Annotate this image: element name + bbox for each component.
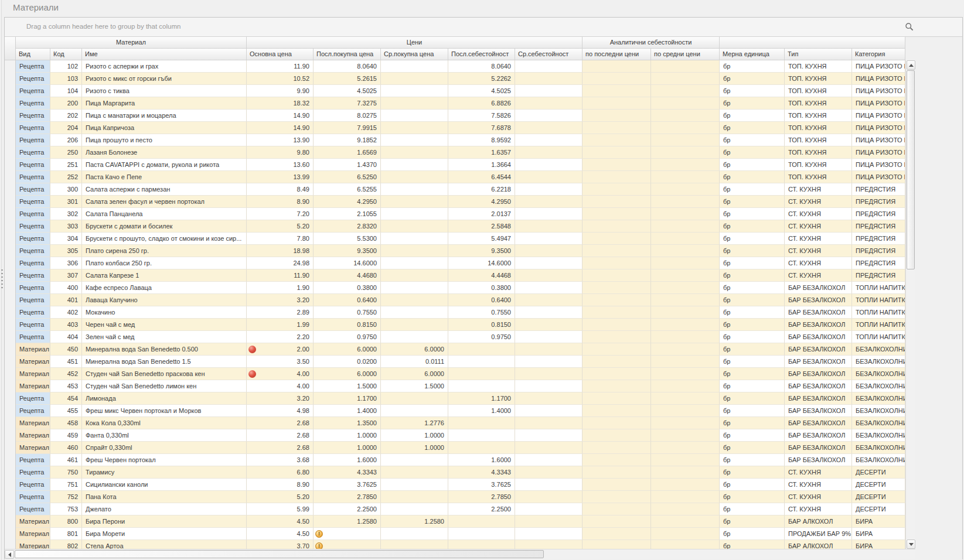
cell-last_purch[interactable]: !	[314, 540, 381, 549]
cell-name[interactable]: Бира Морети	[82, 528, 247, 540]
table-row[interactable]: Рецепта104Ризото с тиква9.904.50254.5025…	[5, 85, 905, 97]
cell-avg_cost[interactable]	[515, 183, 583, 196]
cell-an_avg[interactable]	[651, 380, 720, 392]
cell-code[interactable]: 453	[50, 380, 82, 392]
cell-an_last[interactable]	[583, 392, 651, 405]
cell-vid[interactable]: Материал	[16, 368, 50, 380]
cell-name[interactable]: Фанта 0,330ml	[82, 429, 247, 442]
cell-last_cost[interactable]: 4.2950	[448, 196, 515, 208]
cell-vid[interactable]: Рецепта	[16, 392, 50, 405]
cell-code[interactable]: 402	[50, 306, 82, 319]
cell-name[interactable]: Пана Кота	[82, 491, 247, 503]
cell-an_avg[interactable]	[651, 269, 720, 282]
horizontal-scrollbar[interactable]	[5, 549, 951, 559]
cell-unit[interactable]: бр	[720, 380, 785, 392]
cell-an_avg[interactable]	[651, 146, 720, 159]
cell-avg_cost[interactable]	[515, 319, 583, 331]
cell-avg_cost[interactable]	[515, 159, 583, 171]
cell-code[interactable]: 302	[50, 208, 82, 220]
cell-cat[interactable]: ПИЦА РИЗОТО П	[852, 122, 905, 134]
table-row[interactable]: Рецепта103Ризото с микс от горски гъби10…	[5, 73, 905, 85]
cell-avg_cost[interactable]	[515, 233, 583, 245]
cell-type[interactable]: ПРОДАЖБИ БАР 9%	[785, 528, 852, 540]
cell-code[interactable]: 305	[50, 245, 82, 257]
cell-vid[interactable]: Рецепта	[16, 503, 50, 515]
cell-last_purch[interactable]: 1.3500	[314, 417, 381, 429]
cell-an_last[interactable]	[583, 134, 651, 146]
cell-avg_purch[interactable]	[381, 73, 448, 85]
column-header-code[interactable]: Код	[50, 49, 82, 60]
cell-cat[interactable]: БЕЗАЛКОХОЛНИ	[852, 429, 905, 442]
cell-last_purch[interactable]: 8.0640	[314, 60, 381, 73]
cell-last_purch[interactable]: 2.2500	[314, 503, 381, 515]
cell-avg_cost[interactable]	[515, 491, 583, 503]
cell-avg_cost[interactable]	[515, 171, 583, 183]
cell-an_avg[interactable]	[651, 183, 720, 196]
cell-last_cost[interactable]: 1.4000	[448, 405, 515, 417]
cell-cat[interactable]: ПРЕДЯСТИЯ	[852, 245, 905, 257]
cell-name[interactable]: Стела Артоа	[82, 540, 247, 549]
cell-base[interactable]: 13.60	[247, 159, 314, 171]
cell-name[interactable]: Фреш Червен портокал	[82, 454, 247, 466]
cell-an_last[interactable]	[583, 454, 651, 466]
cell-an_avg[interactable]	[651, 466, 720, 479]
cell-unit[interactable]: бр	[720, 183, 785, 196]
cell-type[interactable]: СТ. КУХНЯ	[785, 233, 852, 245]
cell-type[interactable]: БАР БЕЗАЛКОХОЛ	[785, 368, 852, 380]
cell-name[interactable]: Плато сирена 250 гр.	[82, 245, 247, 257]
cell-last_purch[interactable]: 14.6000	[314, 257, 381, 269]
cell-last_purch[interactable]: 2.8320	[314, 220, 381, 233]
table-row[interactable]: Материал458Кока Кола 0,330ml2.681.35001.…	[5, 417, 905, 429]
cell-vid[interactable]: Рецепта	[16, 245, 50, 257]
cell-avg_purch[interactable]	[381, 392, 448, 405]
cell-avg_purch[interactable]: 6.0000	[381, 368, 448, 380]
table-row[interactable]: Рецепта304Брускети с прошуто, сладко от …	[5, 233, 905, 245]
cell-code[interactable]: 252	[50, 171, 82, 183]
cell-vid[interactable]: Рецепта	[16, 233, 50, 245]
cell-an_last[interactable]	[583, 171, 651, 183]
search-icon[interactable]	[905, 22, 914, 32]
cell-an_avg[interactable]	[651, 159, 720, 171]
cell-base[interactable]: 13.90	[247, 134, 314, 146]
cell-code[interactable]: 306	[50, 257, 82, 269]
cell-avg_purch[interactable]	[381, 146, 448, 159]
cell-last_purch[interactable]: 1.2580	[314, 515, 381, 528]
cell-cat[interactable]: ПИЦА РИЗОТО П	[852, 159, 905, 171]
row-indicator[interactable]	[5, 97, 16, 110]
cell-an_avg[interactable]	[651, 60, 720, 73]
cell-avg_purch[interactable]: 1.2776	[381, 417, 448, 429]
cell-code[interactable]: 401	[50, 294, 82, 306]
cell-an_last[interactable]	[583, 368, 651, 380]
cell-cat[interactable]: БЕЗАЛКОХОЛНИ	[852, 392, 905, 405]
cell-last_cost[interactable]	[448, 380, 515, 392]
cell-an_last[interactable]	[583, 331, 651, 343]
cell-an_last[interactable]	[583, 208, 651, 220]
cell-avg_cost[interactable]	[515, 85, 583, 97]
cell-name[interactable]: Бира Перони	[82, 515, 247, 528]
cell-unit[interactable]: бр	[720, 343, 785, 356]
cell-type[interactable]: БАР БЕЗАЛКОХОЛ	[785, 392, 852, 405]
cell-an_avg[interactable]	[651, 540, 720, 549]
cell-vid[interactable]: Рецепта	[16, 257, 50, 269]
cell-name[interactable]: Брускети с домати и босилек	[82, 220, 247, 233]
cell-vid[interactable]: Рецепта	[16, 282, 50, 294]
cell-unit[interactable]: бр	[720, 233, 785, 245]
cell-cat[interactable]: ДЕСЕРТИ	[852, 479, 905, 491]
cell-name[interactable]: Зелен чай с мед	[82, 331, 247, 343]
cell-last_cost[interactable]: 0.6400	[448, 294, 515, 306]
cell-vid[interactable]: Рецепта	[16, 60, 50, 73]
cell-type[interactable]: БАР БЕЗАЛКОХОЛ	[785, 429, 852, 442]
cell-type[interactable]: БАР БЕЗАЛКОХОЛ	[785, 294, 852, 306]
table-row[interactable]: Материал802Стела Артоа3.70!брБАР АЛКОХОЛ…	[5, 540, 905, 549]
cell-base[interactable]: 13.99	[247, 171, 314, 183]
cell-an_avg[interactable]	[651, 479, 720, 491]
cell-unit[interactable]: бр	[720, 60, 785, 73]
cell-an_avg[interactable]	[651, 294, 720, 306]
cell-avg_purch[interactable]	[381, 405, 448, 417]
cell-an_avg[interactable]	[651, 442, 720, 454]
cell-base[interactable]: 9.80	[247, 146, 314, 159]
cell-vid[interactable]: Материал	[16, 343, 50, 356]
cell-last_purch[interactable]: 1.4000	[314, 405, 381, 417]
cell-cat[interactable]: ДЕСЕРТИ	[852, 466, 905, 479]
cell-last_cost[interactable]: 2.7850	[448, 491, 515, 503]
